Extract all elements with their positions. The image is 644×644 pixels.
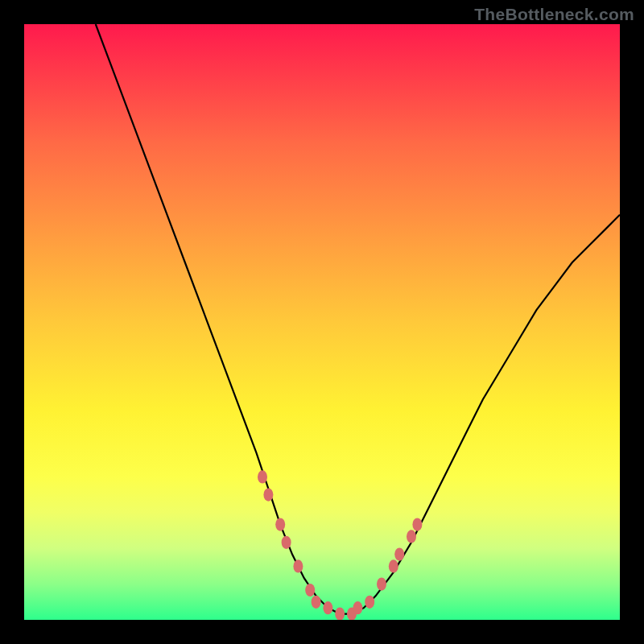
curve-marker xyxy=(389,559,398,572)
curve-marker xyxy=(293,559,303,572)
curve-marker xyxy=(275,518,285,531)
curve-marker xyxy=(407,530,416,543)
curve-marker xyxy=(282,536,291,549)
curve-marker xyxy=(394,548,404,561)
curve-marker xyxy=(353,601,362,614)
curve-marker xyxy=(312,596,321,609)
curve-marker xyxy=(365,596,374,609)
curve-markers xyxy=(258,470,422,620)
curve-marker xyxy=(305,584,315,597)
curve-marker xyxy=(258,470,267,483)
curve-marker xyxy=(335,608,345,621)
curve-marker xyxy=(412,518,422,531)
curve-line xyxy=(96,24,620,614)
bottleneck-curve-chart xyxy=(24,24,620,620)
curve-marker xyxy=(377,578,386,591)
curve-marker xyxy=(323,601,332,614)
watermark-text: TheBottleneck.com xyxy=(474,5,634,24)
curve-marker xyxy=(263,489,273,502)
